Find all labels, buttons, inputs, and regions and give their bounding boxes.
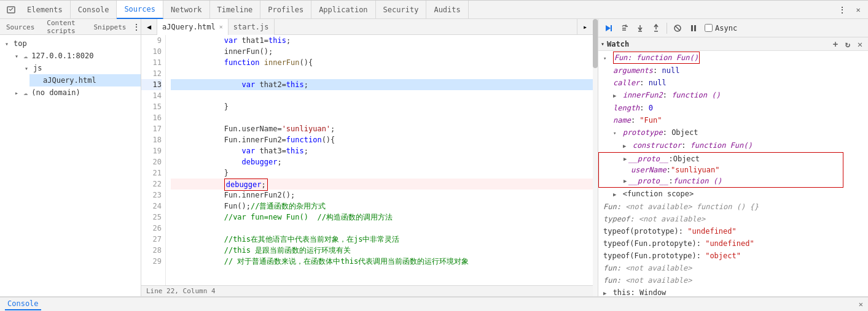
file-tab-ajquery[interactable]: aJQuery.html ✕ (157, 19, 229, 35)
prop-value: <function scope> (623, 190, 694, 198)
expand-arrow-icon: ▶ (624, 153, 627, 164)
line-num-28: 28 (141, 245, 162, 256)
tab-application[interactable]: Application (311, 1, 375, 19)
tree-item-server[interactable]: ▾ ☁ 127.0.0.1:8020 (10, 50, 141, 62)
tab-console[interactable]: Console (71, 1, 117, 19)
async-checkbox[interactable] (705, 24, 713, 32)
devtools-icon[interactable] (2, 1, 20, 18)
file-panel-tabs: Sources Content scripts Snippets ⋮ (0, 19, 141, 35)
watch-item-fun[interactable]: ▾ Fun: function Fun() (598, 51, 868, 64)
watch-item-fun2-na2: fun: <not available> (598, 274, 868, 286)
watch-item-this[interactable]: ▶ this: Window (598, 286, 868, 296)
tab-audits[interactable]: Audits (426, 1, 468, 19)
prop-name: prototype (623, 128, 663, 137)
code-line-15: } (171, 101, 593, 112)
file-tab-label: aJQuery.html (162, 23, 216, 31)
svg-marker-1 (606, 25, 611, 31)
proto-wrapper: ▶ __proto__: Object (624, 153, 840, 164)
tree-item-ajquery[interactable]: aJQuery.html (29, 74, 141, 86)
line-num-13: 13 (141, 79, 162, 90)
prop-name: name (613, 116, 631, 125)
line-num-17: 17 (141, 123, 162, 134)
expand-arrow-icon: ▶ (624, 175, 627, 186)
toolbar-end: ⋮ ✕ (835, 2, 866, 17)
refresh-watch-button[interactable]: ↻ (842, 39, 853, 50)
expand-arrow-icon: ▶ (613, 93, 616, 99)
code-line-22: debugger; (171, 179, 593, 190)
tree-item-js[interactable]: ▾ js (20, 62, 141, 74)
console-bar: Console ✕ (0, 296, 868, 311)
code-line-25: //var fun=new Fun() //构造函数的调用方法 (171, 212, 593, 223)
code-line-28: //this 是跟当前函数的运行环境有关 (171, 245, 593, 256)
tree-item-no-domain[interactable]: ▸ ☁ (no domain) (10, 86, 141, 99)
console-tab[interactable]: Console (5, 298, 41, 310)
code-tabs-end[interactable]: ▸ (577, 19, 593, 35)
resume-button[interactable] (601, 21, 616, 36)
prev-tab-button[interactable]: ◀ (141, 19, 157, 35)
panel-tab-snippets[interactable]: Snippets (87, 19, 132, 35)
panel-tabs-more[interactable]: ⋮ (132, 19, 141, 34)
watch-item-innerfun2[interactable]: ▶ innerFun2: function () (598, 89, 868, 102)
tab-elements[interactable]: Elements (20, 1, 71, 19)
arrow-icon: ▾ (25, 65, 31, 72)
step-out-button[interactable] (649, 21, 663, 36)
clear-watch-button[interactable]: ✕ (854, 39, 866, 50)
watch-title: Watch (607, 40, 629, 48)
watch-panel[interactable]: ▾ Watch + ↻ ✕ ▾ Fun: function Fun() (598, 37, 868, 296)
close-tab-button[interactable]: ✕ (219, 23, 223, 30)
code-line-26 (171, 223, 593, 234)
close-devtools-button[interactable]: ✕ (851, 2, 866, 17)
watch-item-constructor[interactable]: ▶ constructor: function Fun() (598, 139, 868, 152)
svg-rect-11 (691, 25, 693, 31)
expand-arrow-icon: ▶ (613, 191, 616, 198)
tree-item-label: aJQuery.html (43, 76, 96, 85)
toolbar-separator (667, 23, 667, 34)
watch-item-fun2-na1: fun: <not available> (598, 262, 868, 274)
prop-value: "Fun" (639, 116, 662, 125)
watch-item-function-scope[interactable]: ▶ <function scope> (598, 188, 868, 201)
tab-sources[interactable]: Sources (117, 1, 163, 19)
code-scroll-thumb[interactable] (593, 19, 598, 68)
username-wrapper: userName: "sunliyuan" (624, 164, 840, 175)
code-scroll-track[interactable] (593, 19, 598, 296)
panel-tab-sources[interactable]: Sources (0, 19, 41, 35)
code-line-11: function innerFun(){ (171, 57, 593, 68)
file-tab-startjs[interactable]: start.js (229, 19, 275, 35)
deactivate-breakpoints-button[interactable] (670, 21, 685, 36)
svg-line-10 (675, 26, 680, 31)
tree-group-js: aJQuery.html (20, 74, 141, 86)
watch-item-prototype[interactable]: ▾ prototype: Object (598, 126, 868, 139)
main-content: Sources Content scripts Snippets ⋮ ▾ top… (0, 19, 868, 296)
prop-name: length (613, 104, 639, 112)
prop-value: function Fun() (690, 141, 753, 150)
server-icon: ☁ (23, 52, 28, 60)
pause-exceptions-button[interactable] (686, 21, 701, 36)
watch-item-fun-na: Fun: <not available> function () {} (598, 201, 868, 213)
right-panel: Async ▾ Watch + ↻ ✕ ▾ (598, 19, 868, 296)
tree-item-top[interactable]: ▾ top (0, 37, 141, 50)
tab-security[interactable]: Security (376, 1, 427, 19)
tree-item-label: top (14, 39, 27, 48)
code-editor[interactable]: 9 10 11 12 13 14 15 16 17 18 19 20 21 22… (141, 35, 593, 285)
line-num-15: 15 (141, 101, 162, 112)
arrow-icon: ▸ (15, 90, 21, 96)
more-options-button[interactable]: ⋮ (835, 2, 850, 17)
tab-network[interactable]: Network (163, 1, 210, 19)
watch-item-caller: caller: null (598, 77, 868, 89)
watch-header[interactable]: ▾ Watch + ↻ ✕ (598, 37, 868, 51)
step-over-button[interactable] (617, 21, 631, 36)
add-watch-button[interactable]: + (830, 39, 841, 50)
tab-profiles[interactable]: Profiles (260, 1, 311, 19)
file-panel: Sources Content scripts Snippets ⋮ ▾ top… (0, 19, 141, 296)
prop-name: caller (613, 79, 639, 87)
step-into-button[interactable] (633, 21, 647, 36)
code-lines: var that1=this; innerFun(); function inn… (166, 35, 593, 285)
prop-value: "undefined" (687, 227, 736, 236)
watch-fun-label: Fun: function Fun() (614, 53, 698, 62)
na-value: <not available> (625, 202, 692, 211)
panel-tab-content-scripts[interactable]: Content scripts (41, 19, 87, 35)
line-num-10: 10 (141, 46, 162, 57)
console-close-button[interactable]: ✕ (859, 300, 863, 309)
code-line-12 (171, 68, 593, 79)
tab-timeline[interactable]: Timeline (210, 1, 261, 19)
